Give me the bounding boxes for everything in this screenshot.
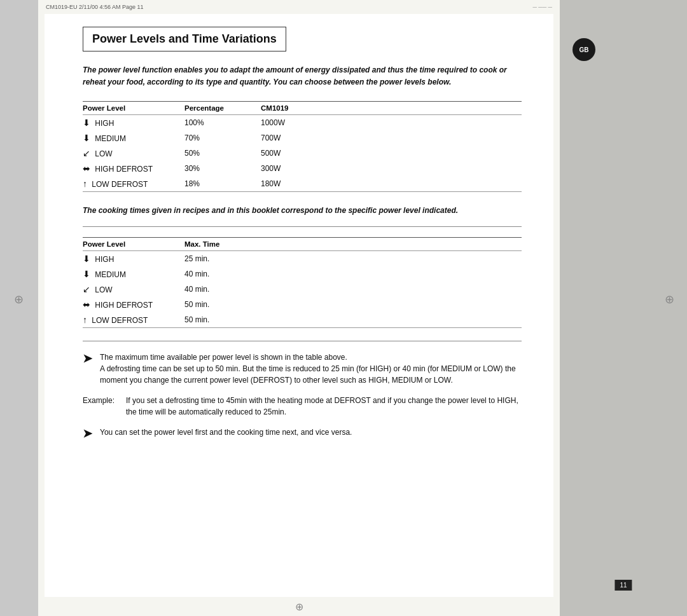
- bottom-cross: ⊕: [295, 601, 303, 613]
- col2-header-level: Power Level: [83, 238, 184, 251]
- pct-cell: 70%: [184, 130, 261, 146]
- level-name: MEDIUM: [95, 270, 126, 279]
- wattage-cell: 1000W: [261, 115, 522, 131]
- col-header-cm: CM1019: [261, 102, 522, 115]
- wattage-cell: 500W: [261, 146, 522, 161]
- bullet-1: ➤ The maximum time available per power l…: [83, 352, 522, 386]
- right-cross: ⊕: [665, 292, 674, 306]
- level-icon: ⬌: [83, 299, 90, 310]
- level-name: HIGH DEFROST: [95, 301, 153, 310]
- time-cell: 50 min.: [184, 297, 522, 312]
- level-name: LOW DEFROST: [92, 180, 148, 189]
- pct-cell: 100%: [184, 115, 261, 131]
- section-note: The cooking times given in recipes and i…: [83, 205, 522, 216]
- level-name: LOW DEFROST: [92, 316, 148, 325]
- level-icon: ↙: [83, 284, 90, 294]
- left-margin: ⊕: [0, 0, 38, 616]
- print-info: CM1019-EU 2/11/00 4:56 AM Page 11 ─ ── ─: [38, 0, 560, 14]
- divider: [83, 226, 522, 227]
- level-cell: ↑ LOW DEFROST: [83, 312, 184, 328]
- bullet-2: ➤ You can set the power level first and …: [83, 427, 522, 442]
- time-cell: 40 min.: [184, 266, 522, 282]
- wattage-cell: 700W: [261, 130, 522, 146]
- table-row: ↑ LOW DEFROST 50 min.: [83, 312, 522, 328]
- arrow-icon-1: ➤: [83, 350, 92, 367]
- table-row: ⬇ HIGH 100% 1000W: [83, 115, 522, 131]
- main-page: CM1019-EU 2/11/00 4:56 AM Page 11 ─ ── ─…: [38, 0, 560, 616]
- level-icon: ↑: [83, 179, 87, 189]
- pct-cell: 30%: [184, 161, 261, 176]
- level-name: HIGH: [95, 255, 114, 264]
- time-cell: 40 min.: [184, 282, 522, 297]
- arrow-icon-2: ➤: [83, 425, 92, 442]
- level-icon: ⬇: [83, 133, 90, 143]
- table-row: ⬇ MEDIUM 40 min.: [83, 266, 522, 282]
- col2-header-time: Max. Time: [184, 238, 522, 251]
- pct-cell: 18%: [184, 176, 261, 192]
- max-time-table: Power Level Max. Time ⬇ HIGH 25 min. ⬇ M…: [83, 237, 522, 328]
- level-icon: ⬌: [83, 163, 90, 174]
- gb-badge: GB: [572, 38, 595, 61]
- level-icon: ⬇: [83, 118, 90, 128]
- level-cell: ↙ LOW: [83, 282, 184, 297]
- table-row: ⬌ HIGH DEFROST 50 min.: [83, 297, 522, 312]
- cross-decoration: ⊕: [14, 292, 24, 306]
- table-row: ⬇ MEDIUM 70% 700W: [83, 130, 522, 146]
- wattage-cell: 180W: [261, 176, 522, 192]
- level-cell: ⬌ HIGH DEFROST: [83, 297, 184, 312]
- table-row: ⬌ HIGH DEFROST 30% 300W: [83, 161, 522, 176]
- col-header-level: Power Level: [83, 102, 184, 115]
- level-name: MEDIUM: [95, 134, 126, 143]
- level-cell: ⬇ MEDIUM: [83, 266, 184, 282]
- table-row: ↙ LOW 50% 500W: [83, 146, 522, 161]
- level-name: HIGH DEFROST: [95, 165, 153, 174]
- pct-cell: 50%: [184, 146, 261, 161]
- example-label: Example:: [83, 395, 121, 418]
- intro-text: The power level function enables you to …: [83, 64, 522, 88]
- table-row: ⬇ HIGH 25 min.: [83, 251, 522, 267]
- level-cell: ⬇ HIGH: [83, 251, 184, 267]
- example-section: Example: If you set a defrosting time to…: [83, 395, 522, 418]
- bullet-2-text: You can set the power level first and th…: [100, 427, 522, 438]
- table-row: ↑ LOW DEFROST 18% 180W: [83, 176, 522, 192]
- table-row: ↙ LOW 40 min.: [83, 282, 522, 297]
- power-level-table: Power Level Percentage CM1019 ⬇ HIGH 100…: [83, 101, 522, 192]
- right-panel: GB ⊕ 11: [560, 0, 687, 616]
- level-name: HIGH: [95, 119, 114, 128]
- example-text: If you set a defrosting time to 45min wi…: [126, 395, 522, 418]
- divider2: [83, 341, 522, 341]
- bullet-1-text: The maximum time available per power lev…: [100, 352, 522, 386]
- level-name: LOW: [95, 285, 112, 294]
- level-cell: ⬇ HIGH: [83, 115, 184, 131]
- level-icon: ⬇: [83, 254, 90, 264]
- col-header-pct: Percentage: [184, 102, 261, 115]
- content-area: Power Levels and Time Variations The pow…: [45, 14, 553, 597]
- page-wrapper: ⊕ CM1019-EU 2/11/00 4:56 AM Page 11 ─ ──…: [0, 0, 687, 616]
- level-name: LOW: [95, 149, 112, 158]
- level-icon: ↙: [83, 148, 90, 158]
- level-icon: ⬇: [83, 269, 90, 279]
- level-icon: ↑: [83, 315, 87, 325]
- time-cell: 50 min.: [184, 312, 522, 328]
- wattage-cell: 300W: [261, 161, 522, 176]
- level-cell: ↙ LOW: [83, 146, 184, 161]
- page-number: 11: [614, 580, 632, 591]
- title-box: Power Levels and Time Variations: [83, 27, 286, 51]
- time-cell: 25 min.: [184, 251, 522, 267]
- level-cell: ⬇ MEDIUM: [83, 130, 184, 146]
- page-title: Power Levels and Time Variations: [92, 32, 277, 46]
- level-cell: ⬌ HIGH DEFROST: [83, 161, 184, 176]
- level-cell: ↑ LOW DEFROST: [83, 176, 184, 192]
